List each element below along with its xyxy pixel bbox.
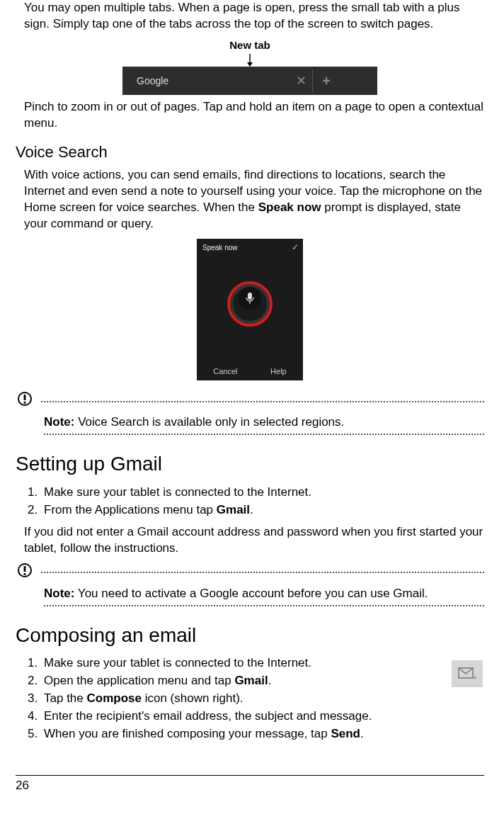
tab-title: Google: [137, 74, 168, 88]
gmail-heading: Setting up Gmail: [16, 451, 484, 477]
arrow-down-icon: [16, 54, 484, 67]
gmail-note-text: Note: You need to activate a Google acco…: [16, 586, 484, 602]
compose-step-4: Enter the recipient's email address, the…: [41, 708, 484, 725]
compose-steps: Make sure your tablet is connected to th…: [41, 655, 484, 742]
gmail-steps: Make sure your tablet is connected to th…: [41, 485, 484, 519]
intro-paragraph-2: Pinch to zoom in or out of pages. Tap an…: [16, 99, 484, 132]
gmail-step-2: From the Applications menu tap Gmail.: [41, 502, 484, 519]
swoosh-icon: ✓: [292, 242, 299, 253]
gmail-note-box: Note: You need to activate a Google acco…: [16, 563, 484, 606]
voice-search-heading: Voice Search: [16, 142, 484, 163]
speak-now-bold: Speak now: [258, 200, 321, 214]
gmail-step-1: Make sure your tablet is connected to th…: [41, 485, 484, 501]
new-tab-label: New tab: [16, 38, 484, 52]
svg-text:+: +: [473, 674, 476, 681]
new-tab-plus-icon: +: [322, 72, 331, 91]
compose-icon: +: [452, 660, 483, 687]
intro-paragraph-1: You may open multiple tabs. When a page …: [16, 0, 484, 33]
cancel-label: Cancel: [213, 366, 237, 377]
compose-step-5: When you are finished composing your mes…: [41, 726, 484, 742]
svg-rect-5: [24, 395, 26, 400]
voice-search-body: With voice actions, you can send emails,…: [16, 167, 484, 232]
browser-tab-illustration: New tab Google ✕ +: [16, 38, 484, 95]
compose-heading: Composing an email: [16, 622, 484, 649]
speak-now-title: Speak now: [202, 243, 237, 253]
svg-rect-2: [248, 293, 252, 300]
voice-note-text: Note: Voice Search is available only in …: [16, 414, 484, 431]
footer-rule: [16, 775, 484, 776]
speak-now-screenshot: Speak now ✓ Cancel Help: [16, 239, 484, 385]
tab-bar: Google ✕ +: [122, 67, 377, 95]
close-tab-icon: ✕: [296, 72, 307, 89]
voice-note-box: Note: Voice Search is available only in …: [16, 391, 484, 435]
compose-step-1: Make sure your tablet is connected to th…: [41, 655, 484, 672]
svg-rect-6: [24, 402, 26, 404]
note-icon: [17, 391, 33, 412]
page-number: 26: [16, 778, 29, 794]
svg-rect-8: [24, 566, 26, 572]
gmail-after-steps: If you did not enter a Gmail account add…: [16, 524, 484, 557]
note-icon: [17, 563, 33, 583]
help-label: Help: [270, 366, 287, 377]
svg-rect-9: [24, 573, 26, 575]
compose-step-3: Tap the Compose icon (shown right).: [41, 691, 484, 707]
compose-step-2: Open the application menu and tap Gmail.: [41, 673, 484, 689]
